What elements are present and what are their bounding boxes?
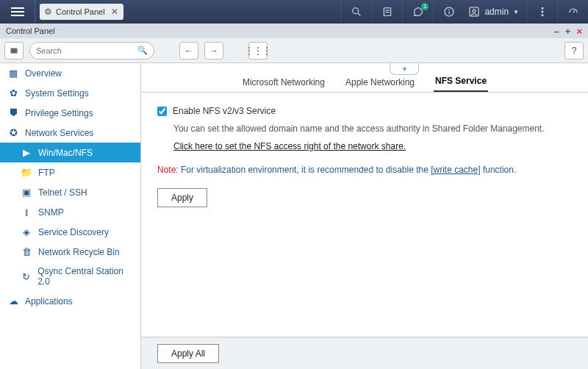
window-tab-control-panel[interactable]: ⚙ Control Panel ✕ xyxy=(40,4,123,20)
svg-point-0 xyxy=(353,8,359,14)
sidebar-item-network-recycle-bin[interactable]: 🗑Network Recycle Bin xyxy=(0,242,140,262)
user-menu[interactable]: admin ▼ xyxy=(464,6,526,18)
sidebar-icon: ▦ xyxy=(7,68,19,79)
note-prefix: Note: xyxy=(157,165,179,175)
tabs-row: ▾ Microsoft NetworkingApple NetworkingNF… xyxy=(141,63,588,93)
sidebar-item-label: Network Recycle Bin xyxy=(38,247,120,257)
note-body-post: function. xyxy=(481,165,517,175)
more-icon[interactable] xyxy=(526,0,557,24)
sidebar-item-system-settings[interactable]: ✿System Settings xyxy=(0,83,140,103)
svg-rect-14 xyxy=(11,48,18,53)
sidebar-item-snmp[interactable]: ⫿SNMP xyxy=(0,202,140,222)
enable-nfs-checkbox[interactable] xyxy=(157,107,167,116)
svg-line-13 xyxy=(573,10,575,12)
svg-point-10 xyxy=(542,7,543,9)
notification-badge: 1 xyxy=(421,3,429,10)
gear-icon: ⚙ xyxy=(44,7,52,17)
search-icon[interactable] xyxy=(340,0,371,24)
chevron-down-icon: ▼ xyxy=(513,9,519,15)
task-icon[interactable] xyxy=(371,0,402,24)
close-icon[interactable]: ✕ xyxy=(109,7,121,17)
sidebar-item-label: Telnet / SSH xyxy=(38,187,87,198)
sidebar-item-network-services[interactable]: ✪Network Services xyxy=(0,123,140,143)
sidebar-icon: ✿ xyxy=(7,87,19,98)
window-titlebar: Control Panel – + × xyxy=(0,24,588,38)
apply-button[interactable]: Apply xyxy=(157,188,207,207)
search-input[interactable] xyxy=(36,46,137,55)
sidebar-icon: ▶ xyxy=(21,147,32,158)
sidebar-item-win-mac-nfs[interactable]: ▶Win/Mac/NFS xyxy=(0,143,140,162)
content-pane: ▾ Microsoft NetworkingApple NetworkingNF… xyxy=(141,63,588,369)
svg-point-11 xyxy=(542,11,543,12)
forward-button[interactable]: → xyxy=(204,42,223,60)
minimize-button[interactable]: – xyxy=(554,26,559,36)
enable-nfs-label: Enable NFS v2/v3 Service xyxy=(173,106,276,116)
svg-point-9 xyxy=(473,10,476,12)
sidebar-icon: ⫿ xyxy=(21,207,32,218)
sidebar-item-label: Network Services xyxy=(25,128,93,138)
menu-toggle[interactable] xyxy=(0,0,35,24)
grid-view-button[interactable]: ⋮⋮⋮ xyxy=(248,42,268,60)
sidebar-icon: ▣ xyxy=(21,187,32,198)
nfs-panel: Enable NFS v2/v3 Service You can set the… xyxy=(141,93,588,221)
svg-rect-8 xyxy=(470,7,478,16)
apply-all-button[interactable]: Apply All xyxy=(157,344,219,363)
svg-point-7 xyxy=(449,10,450,10)
sidebar-item-label: Qsync Central Station 2.0 xyxy=(37,266,133,287)
sidebar-item-label: Win/Mac/NFS xyxy=(38,148,93,158)
username-label: admin xyxy=(484,7,509,17)
sidebar-item-telnet-ssh[interactable]: ▣Telnet / SSH xyxy=(0,182,140,202)
info-icon[interactable] xyxy=(433,0,464,24)
back-button[interactable]: ← xyxy=(179,42,198,60)
sidebar-item-privilege-settings[interactable]: ⛊Privilege Settings xyxy=(0,103,140,123)
nfs-note: Note: For virtualization environment, it… xyxy=(157,165,572,175)
sidebar-item-label: Overview xyxy=(25,68,62,79)
sidebar-icon: ◈ xyxy=(21,226,32,237)
dashboard-icon[interactable] xyxy=(557,0,588,24)
footer-bar: Apply All xyxy=(141,337,588,369)
sidebar-item-label: Service Discovery xyxy=(38,227,109,237)
enable-nfs-row[interactable]: Enable NFS v2/v3 Service xyxy=(157,106,572,116)
sidebar-icon: ✪ xyxy=(7,127,19,138)
sidebar: ▦Overview✿System Settings⛊Privilege Sett… xyxy=(0,63,141,369)
help-button[interactable]: ? xyxy=(564,42,584,60)
tab-apple-networking[interactable]: Apple Networking xyxy=(344,73,416,92)
search-input-wrapper[interactable]: 🔍 xyxy=(29,42,154,60)
toolbar: 🔍 ← → ⋮⋮⋮ ? xyxy=(0,38,588,63)
search-icon: 🔍 xyxy=(137,46,148,55)
window-title: Control Panel xyxy=(6,26,55,35)
sidebar-icon: 📁 xyxy=(21,167,32,178)
note-body-pre: For virtualization environment, it is re… xyxy=(179,165,431,175)
sidebar-item-label: Privilege Settings xyxy=(25,108,93,118)
sidebar-item-applications[interactable]: ☁Applications xyxy=(0,291,140,311)
sidebar-item-overview[interactable]: ▦Overview xyxy=(0,63,140,83)
sidebar-icon: ⛊ xyxy=(7,107,19,118)
sidebar-item-label: SNMP xyxy=(38,207,64,218)
sidebar-item-label: System Settings xyxy=(25,88,89,98)
sidebar-item-qsync-central-station-2-0[interactable]: ↻Qsync Central Station 2.0 xyxy=(0,262,140,291)
sidebar-item-label: FTP xyxy=(38,168,55,178)
tab-nfs-service[interactable]: NFS Service xyxy=(434,71,488,92)
write-cache-link[interactable]: [write cache] xyxy=(431,165,480,175)
nfs-description: You can set the allowed domain name and … xyxy=(173,123,572,134)
home-button[interactable] xyxy=(4,42,24,60)
notification-icon[interactable]: 1 xyxy=(402,0,433,24)
sidebar-icon: ↻ xyxy=(21,271,32,282)
maximize-button[interactable]: + xyxy=(565,26,571,36)
sidebar-item-ftp[interactable]: 📁FTP xyxy=(0,162,140,182)
sidebar-icon: 🗑 xyxy=(21,246,32,257)
svg-point-12 xyxy=(542,15,543,16)
svg-rect-2 xyxy=(384,8,390,16)
os-top-bar: ⚙ Control Panel ✕ 1 admin ▼ xyxy=(0,0,588,24)
svg-line-1 xyxy=(358,13,360,15)
sidebar-icon: ☁ xyxy=(7,295,19,307)
tab-microsoft-networking[interactable]: Microsoft Networking xyxy=(241,73,326,92)
close-button[interactable]: × xyxy=(576,26,582,36)
nfs-access-link[interactable]: Click here to set the NFS access right o… xyxy=(173,141,406,151)
window-tab-label: Control Panel xyxy=(56,7,105,16)
sidebar-item-service-discovery[interactable]: ◈Service Discovery xyxy=(0,222,140,242)
sidebar-item-label: Applications xyxy=(25,296,73,307)
tabs-expand-button[interactable]: ▾ xyxy=(390,63,419,75)
